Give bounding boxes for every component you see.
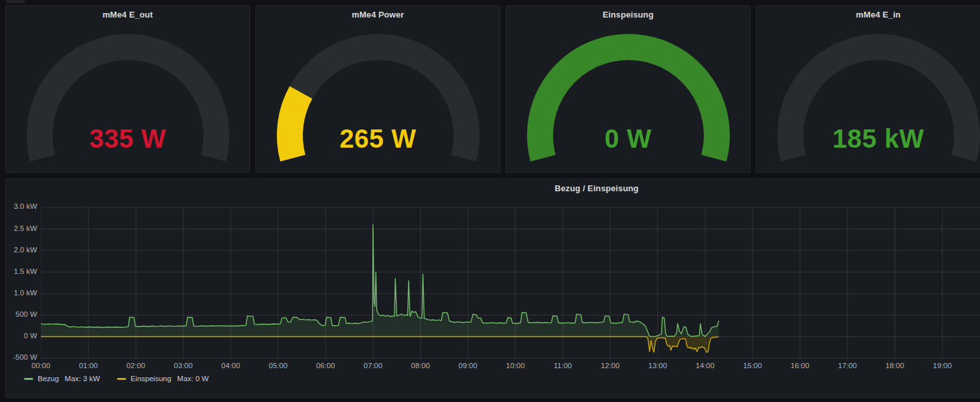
panel-header[interactable]: mMe4 E_out bbox=[6, 6, 250, 23]
legend-label: Bezug bbox=[38, 375, 59, 382]
legend-max-value: Max: 0 W bbox=[177, 375, 209, 382]
panel-header[interactable]: mMe4 E_in bbox=[756, 6, 980, 23]
y-tick-label: -500 W bbox=[7, 353, 37, 361]
x-tick-label: 03:00 bbox=[168, 362, 199, 369]
x-tick-label: 17:00 bbox=[832, 362, 863, 369]
y-tick-label: 2.5 kW bbox=[7, 224, 37, 232]
dashboard-canvas: mMe4 E_out 335 W mMe4 Power 265 W Einspe… bbox=[0, 0, 980, 402]
x-tick-label: 09:00 bbox=[452, 362, 484, 369]
x-tick-label: 16:00 bbox=[784, 362, 816, 369]
x-tick-label: 15:00 bbox=[737, 362, 768, 369]
y-tick-label: 1.5 kW bbox=[7, 267, 37, 275]
x-tick-label: 10:00 bbox=[500, 362, 531, 369]
x-tick-label: 06:00 bbox=[310, 362, 341, 369]
panel-timeseries-bezug-einspeisung: Bezug / Einspeisung 3.0 kW2.5 kW2.0 kW1.… bbox=[5, 178, 980, 398]
legend-item-einspeisung[interactable]: Einspeisung Max: 0 W bbox=[117, 375, 209, 382]
gauge-value: 0 W bbox=[506, 124, 750, 154]
panel-title: Bezug / Einspeisung bbox=[554, 183, 638, 193]
legend-item-bezug[interactable]: Bezug Max: 3 kW bbox=[24, 375, 100, 382]
legend-series-color-bezug bbox=[24, 378, 33, 380]
gauge-value: 185 kW bbox=[756, 124, 980, 154]
x-tick-label: 11:00 bbox=[547, 362, 578, 369]
x-tick-label: 19:00 bbox=[927, 362, 958, 369]
x-tick-label: 04:00 bbox=[215, 362, 246, 369]
panel-header[interactable]: mMe4 Power bbox=[256, 6, 500, 23]
panel-gauge-einspeisung: Einspeisung 0 W bbox=[506, 5, 751, 173]
x-tick-label: 12:00 bbox=[595, 362, 626, 369]
x-tick-label: 13:00 bbox=[642, 362, 673, 369]
chart-legend: Bezug Max: 3 kW Einspeisung Max: 0 W bbox=[24, 375, 209, 382]
legend-label: Einspeisung bbox=[131, 375, 172, 382]
y-tick-label: 1.0 kW bbox=[7, 289, 37, 297]
gauge-value: 265 W bbox=[256, 124, 500, 154]
panel-header[interactable]: Einspeisung bbox=[506, 6, 750, 23]
x-tick-label: 00:00 bbox=[25, 362, 57, 369]
clipped-panel-edge-above bbox=[6, 0, 25, 3]
gauge-value: 335 W bbox=[6, 124, 250, 154]
panel-gauge-power: mMe4 Power 265 W bbox=[255, 5, 500, 173]
x-tick-label: 02:00 bbox=[120, 362, 151, 369]
legend-max-value: Max: 3 kW bbox=[65, 375, 100, 382]
y-tick-label: 2.0 kW bbox=[7, 246, 37, 254]
y-tick-label: 500 W bbox=[7, 310, 37, 318]
legend-series-color-einspeisung bbox=[117, 378, 126, 380]
y-tick-label: 3.0 kW bbox=[7, 202, 37, 210]
panel-header[interactable]: Bezug / Einspeisung bbox=[6, 179, 980, 197]
x-tick-label: 20:00 bbox=[974, 362, 980, 369]
panel-gauge-e-out: mMe4 E_out 335 W bbox=[5, 5, 250, 173]
x-tick-label: 14:00 bbox=[690, 362, 721, 369]
panel-gauge-e-in: mMe4 E_in 185 kW bbox=[756, 5, 980, 173]
chart-plot-area[interactable] bbox=[41, 205, 980, 358]
x-tick-label: 05:00 bbox=[263, 362, 294, 369]
x-tick-label: 18:00 bbox=[879, 362, 910, 369]
panel-title: mMe4 E_in bbox=[856, 10, 901, 20]
grafana-dashboard-viewport: mMe4 E_out 335 W mMe4 Power 265 W Einspe… bbox=[0, 0, 980, 402]
x-tick-label: 01:00 bbox=[73, 362, 104, 369]
panel-title: mMe4 E_out bbox=[103, 10, 153, 20]
x-tick-label: 08:00 bbox=[405, 362, 436, 369]
y-tick-label: 0 W bbox=[7, 332, 37, 340]
panel-title: mMe4 Power bbox=[352, 10, 404, 20]
panel-title: Einspeisung bbox=[602, 10, 653, 20]
x-tick-label: 07:00 bbox=[357, 362, 389, 369]
